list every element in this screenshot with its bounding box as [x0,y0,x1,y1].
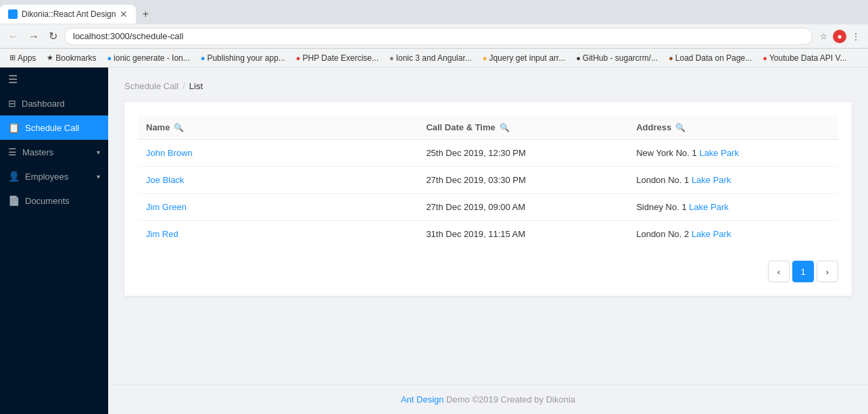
sidebar-item-documents-label: Documents [25,196,100,206]
sidebar-item-schedule-call-label: Schedule Call [25,123,100,133]
name-search-icon[interactable]: 🔍 [174,123,184,132]
breadcrumb: Schedule Call / List [124,81,852,91]
bookmark-bookmarks[interactable]: ★ Bookmarks [43,52,100,64]
bookmarks-bar: ⊞ Apps ★ Bookmarks ● ionic generate - Io… [0,49,868,68]
bookmark-ionic-angular-label: Ionic 3 and Angular... [396,53,472,63]
address-plain: London No. 1 [636,175,692,185]
employees-icon: 👤 [8,171,20,182]
jquery-icon: ● [483,54,487,62]
sidebar-item-dashboard[interactable]: ⊟ Dashboard [0,91,108,115]
extensions-icon[interactable]: ● [833,30,846,43]
table-row: Joe Black27th Dec 2019, 03:30 PMLondon N… [138,167,838,194]
masters-icon: ☰ [8,147,17,157]
ionic-angular-icon: ● [389,54,394,62]
address-link[interactable]: Lake Park [692,229,731,239]
sidebar-item-schedule-call[interactable]: 📋 Schedule Call [0,115,108,140]
bookmark-ionic-label: ionic generate - Ion... [114,53,190,63]
bookmark-apps[interactable]: ⊞ Apps [5,52,40,64]
cell-address: London No. 1 Lake Park [628,167,838,194]
sidebar-menu-toggle[interactable]: ☰ [0,68,108,91]
breadcrumb-parent[interactable]: Schedule Call [124,81,178,91]
bookmark-php-label: PHP Date Exercise... [303,53,379,63]
bookmark-load-data-label: Load Data on Page... [675,53,752,63]
schedule-call-icon: 📋 [8,122,20,133]
cell-address: London No. 2 Lake Park [628,221,838,248]
ionic-icon: ● [107,54,112,62]
table-row: Jim Red31th Dec 2019, 11:15 AMLondon No.… [138,221,838,248]
cell-address: New York No. 1 Lake Park [628,140,838,167]
dashboard-icon: ⊟ [8,98,16,109]
github-icon: ● [576,54,581,62]
bookmark-load-data[interactable]: ● Load Data on Page... [665,52,756,64]
masters-chevron-down-icon: ▾ [97,149,100,156]
bookmark-php[interactable]: ● PHP Date Exercise... [292,52,383,64]
address-search-icon[interactable]: 🔍 [675,123,685,132]
tab-title: Dikonia::React Ant Design [22,9,116,19]
address-plain: New York No. 1 [636,148,699,158]
sidebar-item-documents[interactable]: 📄 Documents [0,188,108,213]
column-header-date: Call Date & Time 🔍 [418,115,628,140]
cell-date: 31th Dec 2019, 11:15 AM [418,221,628,248]
bookmark-bookmarks-label: Bookmarks [55,53,96,63]
address-plain: London No. 2 [636,229,692,239]
date-search-icon[interactable]: 🔍 [500,123,510,132]
cell-address: Sidney No. 1 Lake Park [628,194,838,221]
schedule-call-table: Name 🔍 Call Date & Time 🔍 [138,115,838,247]
bookmark-ionic-generate[interactable]: ● ionic generate - Ion... [103,52,193,64]
hamburger-icon: ☰ [8,74,18,85]
bookmark-star-icon: ★ [47,53,53,62]
page-1-button[interactable]: 1 [792,261,814,282]
pagination: ‹ 1 › [138,261,838,282]
star-icon[interactable]: ☆ [817,30,830,43]
bookmark-jquery[interactable]: ● Jquery get input arr... [479,52,569,64]
sidebar-item-dashboard-label: Dashboard [22,99,100,109]
documents-icon: 📄 [8,195,20,206]
browser-action-icons: ☆ ● ⋮ [817,30,863,43]
browser-address-bar: ← → ↻ ☆ ● ⋮ [0,24,868,49]
bookmark-ionic-angular[interactable]: ● Ionic 3 and Angular... [385,52,476,64]
cell-date: 27th Dec 2019, 09:00 AM [418,194,628,221]
cell-date: 27th Dec 2019, 03:30 PM [418,167,628,194]
prev-page-button[interactable]: ‹ [768,261,790,282]
footer: Ant Design Demo ©2019 Created by Dikonia [108,384,868,414]
sidebar-item-employees[interactable]: 👤 Employees ▾ [0,164,108,188]
bookmark-publishing[interactable]: ● Publishing your app... [197,52,289,64]
column-date-label: Call Date & Time [426,122,495,132]
address-link[interactable]: Lake Park [692,175,731,185]
publishing-icon: ● [201,54,206,62]
cell-name[interactable]: Jim Red [138,221,418,248]
table-card: Name 🔍 Call Date & Time 🔍 [124,102,852,296]
forward-button[interactable]: → [26,29,42,44]
cell-name[interactable]: Jim Green [138,194,418,221]
address-link[interactable]: Lake Park [699,148,739,158]
reload-button[interactable]: ↻ [46,28,60,44]
ant-design-link[interactable]: Ant Design [401,394,444,405]
bookmark-youtube[interactable]: ● Youtube Data API V... [758,52,850,64]
column-name-label: Name [146,122,170,132]
php-icon: ● [296,54,301,62]
address-link[interactable]: Lake Park [689,202,729,212]
bookmark-github-label: GitHub - sugarcrm/... [583,53,658,63]
address-plain: Sidney No. 1 [636,202,689,212]
bookmark-github[interactable]: ● GitHub - sugarcrm/... [572,52,662,64]
cell-name[interactable]: Joe Black [138,167,418,194]
employees-chevron-down-icon: ▾ [97,173,100,180]
table-row: John Brown25th Dec 2019, 12:30 PMNew Yor… [138,140,838,167]
browser-tab[interactable]: Dikonia::React Ant Design ✕ [0,5,136,24]
next-page-button[interactable]: › [817,261,838,282]
table-header-row: Name 🔍 Call Date & Time 🔍 [138,115,838,140]
chrome-menu-icon[interactable]: ⋮ [849,30,863,43]
new-tab-button[interactable]: + [136,5,155,24]
breadcrumb-separator: / [183,81,185,91]
cell-name[interactable]: John Brown [138,140,418,167]
bookmark-publishing-label: Publishing your app... [207,53,285,63]
back-button[interactable]: ← [5,29,22,44]
tab-close-button[interactable]: ✕ [120,9,128,20]
sidebar-item-masters[interactable]: ☰ Masters ▾ [0,140,108,164]
sidebar: ☰ ⊟ Dashboard 📋 Schedule Call ☰ Masters … [0,68,108,414]
address-input[interactable] [64,28,813,45]
tab-favicon [8,9,18,19]
sidebar-item-employees-label: Employees [25,172,91,182]
sidebar-item-masters-label: Masters [22,147,91,157]
bookmark-youtube-label: Youtube Data API V... [769,53,847,63]
